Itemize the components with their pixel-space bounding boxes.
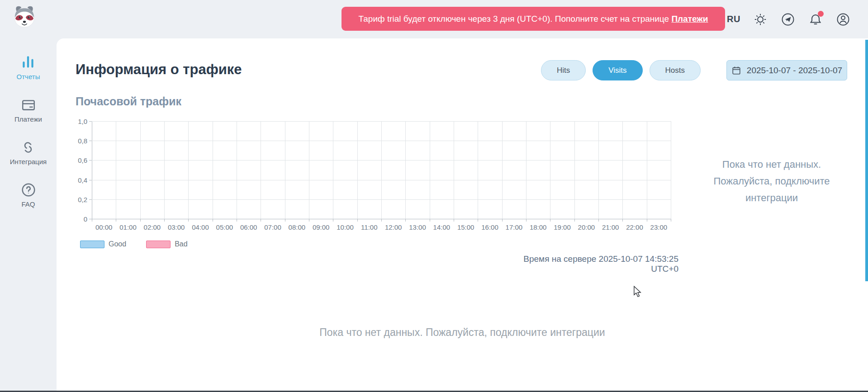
y-axis-tick (89, 121, 92, 122)
vertical-grid-line (140, 121, 141, 219)
profile-icon[interactable] (835, 12, 851, 27)
x-axis-tick-label: 11:00 (361, 223, 377, 231)
tab-visits[interactable]: Visits (593, 60, 642, 80)
y-axis-tick (89, 180, 92, 180)
x-axis-tick-label: 18:00 (530, 223, 547, 231)
x-axis-tick-label: 23:00 (650, 223, 668, 231)
x-axis-tick-label: 21:00 (602, 223, 619, 231)
calendar-icon (731, 66, 741, 76)
x-axis-tick-label: 14:00 (433, 223, 451, 231)
vertical-grid-line (574, 121, 575, 219)
question-icon (21, 182, 36, 198)
legend-item-good: Good (80, 240, 126, 248)
x-axis-tick-label: 03:00 (168, 223, 185, 231)
y-axis-tick (89, 199, 92, 200)
x-axis-tick-label: 08:00 (289, 223, 306, 231)
x-axis-line (92, 219, 671, 219)
x-axis-tick-label: 10:00 (337, 223, 354, 231)
bad-swatch-icon (146, 241, 171, 248)
x-axis-tick-label: 00:00 (95, 223, 113, 231)
horizontal-grid-line (92, 180, 671, 180)
notifications-bell-icon[interactable] (808, 12, 823, 27)
app-root: Тариф trial будет отключен через 3 дня (… (0, 0, 868, 392)
vertical-grid-line (261, 121, 261, 219)
theme-sun-icon[interactable] (753, 12, 768, 27)
raccoon-logo-icon[interactable] (11, 4, 38, 30)
link-icon (20, 140, 36, 155)
sidebar-item-label: Отчеты (17, 73, 40, 80)
metric-tabs: Hits Visits Hosts (541, 60, 701, 80)
vertical-grid-line (430, 121, 430, 219)
sidebar-item-label: FAQ (21, 200, 35, 208)
vertical-grid-line (116, 121, 116, 219)
y-axis-tick-label: 1,0 (78, 118, 87, 125)
x-axis-tick-label: 19:00 (554, 223, 571, 231)
section-title: Почасовой трафик (76, 95, 181, 108)
x-axis-tick-label: 06:00 (240, 223, 257, 231)
telegram-icon[interactable] (780, 12, 796, 27)
y-axis-tick-label: 0,4 (78, 176, 87, 184)
legend-label: Bad (175, 240, 187, 248)
no-data-message-side: Пока что нет данных. Пожалуйста, подключ… (699, 156, 844, 206)
vertical-scrollbar[interactable] (865, 40, 868, 281)
vertical-grid-line (454, 121, 454, 219)
y-axis-tick (89, 219, 92, 219)
top-bar: Тариф trial будет отключен через 3 дня (… (0, 0, 868, 38)
x-axis-tick (671, 219, 671, 222)
vertical-grid-line (381, 121, 382, 219)
trial-warning-banner: Тариф trial будет отключен через 3 дня (… (342, 7, 725, 31)
vertical-grid-line (357, 121, 358, 219)
horizontal-grid-line (92, 141, 671, 141)
banner-payments-link[interactable]: Платежи (671, 14, 708, 24)
vertical-grid-line (598, 121, 599, 219)
horizontal-grid-line (92, 121, 671, 122)
vertical-grid-line (550, 121, 550, 219)
vertical-grid-line (164, 121, 165, 219)
vertical-grid-line (647, 121, 647, 219)
vertical-grid-line (478, 121, 478, 219)
no-data-message-bottom: Пока что нет данных. Пожалуйста, подключ… (57, 326, 868, 339)
vertical-grid-line (502, 121, 503, 219)
sidebar-item-label: Интеграция (10, 158, 47, 165)
vertical-grid-line (622, 121, 623, 219)
hourly-traffic-chart: 00:0001:0002:0003:0004:0005:0006:0007:00… (92, 121, 671, 219)
sidebar-item-reports[interactable]: Отчеты (17, 55, 40, 80)
y-axis-tick (89, 160, 92, 161)
x-axis-tick-label: 16:00 (481, 223, 498, 231)
y-axis-tick-label: 0,8 (78, 137, 87, 145)
page-title: Информация о трафике (76, 61, 242, 78)
bar-chart-icon (20, 55, 36, 70)
y-axis-tick (89, 141, 92, 141)
vertical-grid-line (213, 121, 213, 219)
x-axis-tick-label: 05:00 (216, 223, 233, 231)
x-axis-tick-label: 13:00 (409, 223, 426, 231)
x-axis-tick-label: 12:00 (385, 223, 402, 231)
date-range-picker[interactable]: 2025-10-07 - 2025-10-07 (726, 60, 847, 80)
y-axis-tick-label: 0,2 (78, 195, 87, 203)
x-axis-tick-label: 20:00 (578, 223, 595, 231)
topbar-actions: RU (727, 0, 851, 38)
legend-label: Good (109, 240, 126, 248)
x-axis-tick-label: 02:00 (144, 223, 161, 231)
good-swatch-icon (80, 241, 104, 248)
vertical-grid-line (285, 121, 285, 219)
sidebar-item-label: Платежи (14, 115, 42, 123)
x-axis-tick-label: 04:00 (192, 223, 209, 231)
notification-badge (818, 11, 824, 17)
tab-hosts[interactable]: Hosts (650, 60, 701, 80)
sidebar-item-integration[interactable]: Интеграция (10, 140, 47, 165)
y-axis-tick-label: 0 (84, 215, 87, 223)
x-axis-tick-label: 07:00 (264, 223, 281, 231)
credit-card-icon (21, 97, 36, 113)
tab-hits[interactable]: Hits (541, 60, 586, 80)
horizontal-grid-line (92, 199, 671, 200)
sidebar-item-payments[interactable]: Платежи (14, 97, 42, 123)
vertical-grid-line (188, 121, 189, 219)
horizontal-grid-line (92, 160, 671, 161)
legend-item-bad: Bad (146, 240, 187, 248)
vertical-grid-line (237, 121, 237, 219)
date-range-value: 2025-10-07 - 2025-10-07 (747, 66, 842, 76)
chart-legend: Good Bad (80, 240, 201, 248)
sidebar-item-faq[interactable]: FAQ (21, 182, 36, 208)
language-switcher[interactable]: RU (727, 14, 740, 24)
